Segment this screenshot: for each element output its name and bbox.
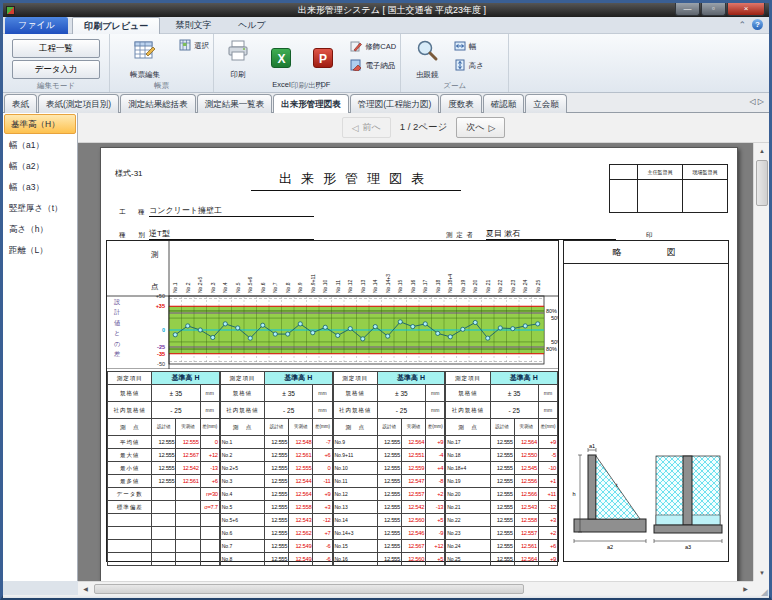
doc-tab-4[interactable]: 出来形管理図表	[273, 94, 349, 114]
ribbon-tab-row: ファイル 印刷プレビュー 禁則文字 ヘルプ ⌃ ?	[3, 17, 769, 34]
svg-text:No.8: No.8	[285, 282, 291, 293]
prev-page-button[interactable]: ◁ 前へ	[342, 117, 391, 138]
print-button[interactable]: 印刷	[218, 37, 258, 80]
minimize-button[interactable]: —	[675, 3, 700, 16]
approval-stamp-box: 主任監督員 現場監督員	[609, 164, 728, 213]
measurement-table: 測定項目基準高 H規格値± 35mm社内規格値- 25mm測 点設計値実測値差(…	[107, 371, 558, 566]
doc-tab-3[interactable]: 測定結果一覧表	[197, 94, 273, 113]
svg-text:計: 計	[114, 308, 120, 316]
svg-text:-35: -35	[157, 351, 165, 357]
close-button[interactable]: ×	[727, 3, 765, 16]
stamp-header-chief: 主任監督員	[638, 165, 683, 180]
page-indicator: 1 / 2ページ	[400, 121, 447, 134]
seal-label: 印	[646, 231, 653, 240]
form-number: 様式-31	[115, 168, 143, 179]
tab-file[interactable]: ファイル	[5, 17, 68, 34]
fit-width-label: 幅	[469, 42, 477, 52]
print-label: 印刷	[231, 70, 246, 80]
scroll-down-arrow[interactable]: ▼	[755, 566, 769, 580]
maximize-button[interactable]: ▫	[701, 3, 726, 16]
svg-text:No.18: No.18	[435, 279, 441, 293]
stamp-header-site: 現場監督員	[683, 165, 728, 180]
sidebar-item-1[interactable]: 幅（a1）	[3, 135, 77, 156]
fit-height-label: 高さ	[469, 61, 484, 71]
magnifier-button[interactable]: 虫眼鏡	[405, 37, 449, 80]
doc-tab-2[interactable]: 測定結果総括表	[120, 94, 196, 113]
data-input-button[interactable]: データ入力	[12, 60, 100, 79]
group-edit-mode: 工程一覧 データ入力 編集モード	[3, 34, 110, 92]
printer-icon	[226, 39, 250, 65]
svg-text:No.14+3: No.14+3	[385, 274, 391, 293]
document-title: 出来形管理図表	[251, 170, 461, 191]
tab-print-preview[interactable]: 印刷プレビュー	[72, 17, 160, 34]
resize-grip[interactable]: ◢	[761, 587, 768, 597]
horizontal-scrollbar[interactable]: ◀ ▶	[78, 581, 753, 595]
vertical-scrollbar[interactable]: ▲ ▼	[753, 143, 769, 581]
sidebar-item-3[interactable]: 幅（a3）	[3, 177, 77, 198]
process-list-button[interactable]: 工程一覧	[12, 39, 100, 58]
doc-tab-5[interactable]: 管理図(工程能力図)	[350, 94, 440, 113]
sidebar-item-4[interactable]: 竪壁厚さ（t）	[3, 198, 77, 219]
doc-tab-7[interactable]: 確認願	[483, 94, 525, 113]
svg-text:No.20: No.20	[472, 279, 478, 293]
doc-tab-6[interactable]: 度数表	[440, 94, 482, 113]
tab-forbidden-chars[interactable]: 禁則文字	[165, 17, 223, 34]
sidebar-item-2[interactable]: 幅（a2）	[3, 156, 77, 177]
scroll-left-arrow[interactable]: ◀	[79, 583, 92, 595]
measurer-label: 測 定 者	[446, 231, 474, 240]
svg-text:No.11: No.11	[335, 280, 341, 293]
dim-h: h	[572, 491, 575, 497]
stamp-header-blank	[610, 165, 638, 180]
table-group-1: 測定項目基準高 H規格値± 35mm社内規格値- 25mm測 点設計値実測値差(…	[220, 371, 333, 566]
cad-label: 修飾CAD	[365, 42, 396, 52]
app-icon[interactable]	[6, 6, 15, 15]
vertical-scroll-thumb[interactable]	[756, 160, 768, 206]
measurer-value: 夏目 漱石	[486, 228, 616, 240]
select-icon	[179, 39, 191, 53]
svg-text:No.19: No.19	[460, 279, 466, 293]
group-label-print-output: 印刷/出力	[214, 81, 400, 91]
ribbon-collapse-icon[interactable]: ⌃	[738, 20, 746, 30]
svg-text:No.12: No.12	[347, 279, 353, 293]
svg-text:点: 点	[151, 282, 159, 291]
table-group-3: 測定項目基準高 H規格値± 35mm社内規格値- 25mm測 点設計値実測値差(…	[445, 371, 558, 566]
doc-tab-1[interactable]: 表紙(測定項目別)	[38, 94, 119, 113]
scroll-up-arrow[interactable]: ▲	[755, 144, 769, 158]
help-icon[interactable]: ?	[752, 19, 763, 30]
magnifier-icon	[415, 39, 439, 65]
svg-text:No.5: No.5	[235, 282, 241, 293]
svg-text:値: 値	[114, 319, 120, 326]
svg-text:と: と	[114, 329, 120, 336]
dim-a1: a1	[589, 443, 595, 449]
fit-width-button[interactable]: 幅	[454, 40, 484, 54]
sidebar-item-0[interactable]: 基準高（H）	[4, 114, 76, 134]
width-icon	[454, 40, 466, 54]
svg-text:の: の	[114, 340, 120, 347]
next-page-button[interactable]: 次へ ▷	[456, 117, 505, 138]
preview-viewport[interactable]: 様式-31 出来形管理図表 主任監督員 現場監督員 工 種 コンクリート擁壁工 …	[78, 143, 753, 581]
svg-text:50%: 50%	[551, 339, 558, 345]
doc-tab-0[interactable]: 表紙	[4, 94, 37, 113]
scroll-right-arrow[interactable]: ▶	[739, 583, 752, 595]
delivery-button[interactable]: 電子納品	[350, 59, 396, 73]
category-value: 逆T型	[149, 228, 314, 240]
height-icon	[454, 59, 466, 73]
excel-icon: X	[271, 48, 291, 68]
fit-height-button[interactable]: 高さ	[454, 59, 484, 73]
group-print-output: 印刷 X Excel P PDF 修飾CAD	[214, 34, 401, 92]
report-edit-button[interactable]: 帳票編集	[122, 37, 168, 80]
tab-help[interactable]: ヘルプ	[227, 17, 277, 34]
doc-tab-scroll-arrows[interactable]: ◁ ▷	[749, 97, 764, 106]
work-type-value: コンクリート擁壁工	[149, 205, 314, 217]
horizontal-scroll-thumb[interactable]	[94, 584, 524, 594]
select-button[interactable]: 選択	[179, 39, 209, 53]
delivery-icon	[350, 59, 362, 73]
group-label-report: 帳票	[110, 81, 213, 91]
doc-tab-8[interactable]: 立会願	[525, 94, 567, 113]
svg-text:No.1: No.1	[172, 282, 178, 293]
cad-button[interactable]: 修飾CAD	[350, 40, 396, 54]
svg-text:No.9: No.9	[297, 282, 303, 293]
sidebar-item-5[interactable]: 高さ（h）	[3, 219, 77, 240]
svg-text:設: 設	[114, 298, 120, 306]
sidebar-item-6[interactable]: 距離（L）	[3, 240, 77, 261]
